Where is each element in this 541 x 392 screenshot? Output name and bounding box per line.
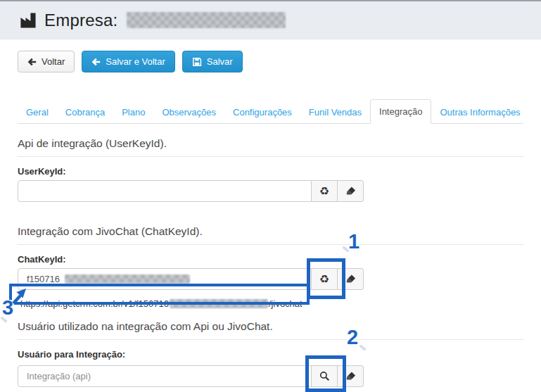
factory-icon [19,11,37,30]
tab-integracao[interactable]: Integração [370,99,431,124]
chatkeyid-clear-button[interactable] [338,268,364,290]
save-and-back-label: Salvar e Voltar [106,56,165,67]
userkeyid-generate-button[interactable]: ♻ [312,180,338,202]
back-button[interactable]: Voltar [18,51,75,72]
tab-configuracoes[interactable]: Configurações [224,101,300,124]
tab-cobranca[interactable]: Cobrança [57,101,113,124]
chatkeyid-label: ChatKeyId: [18,254,523,265]
userkeyid-input[interactable] [18,180,312,202]
tab-bar: Geral Cobrança Plano Observações Configu… [18,99,523,124]
userkeyid-clear-button[interactable] [338,180,364,202]
page-header: Empresa: [0,1,541,39]
tab-plano[interactable]: Plano [113,101,153,124]
search-icon [319,371,330,381]
chatkeyid-group: f150716 ♻ [18,268,364,290]
section-heading-jivochat: Integração com JivoChat (ChatKeyId). [18,225,523,245]
save-button[interactable]: Salvar [182,51,243,72]
integration-user-label: Usuário para Integração: [18,349,523,360]
tab-label: Funil Vendas [309,107,362,118]
chatkeyid-input[interactable]: f150716 [18,268,312,290]
url-prefix: https://api.getcrm.com.br/v1/f150716 [20,298,169,309]
userkeyid-group: ♻ [18,180,364,202]
tab-observacoes[interactable]: Observações [153,101,224,124]
userkeyid-label: UserKeyId: [18,166,523,177]
redacted-url-segment [170,299,268,308]
integration-user-search-button[interactable] [312,365,338,387]
tab-geral[interactable]: Geral [18,101,57,124]
redacted-chatkey [65,274,190,284]
tab-label: Configurações [233,107,292,118]
url-suffix: /jivochat [269,298,303,309]
tab-label: Plano [122,107,145,118]
jivochat-api-url[interactable]: https://api.getcrm.com.br/v1/f150716 /ji… [18,292,523,310]
eraser-icon [345,371,356,381]
integration-user-group [18,365,364,387]
arrow-left-icon [27,58,37,66]
page-title: Empresa: [44,11,117,30]
save-icon [192,57,202,67]
arrow-left-icon [91,58,101,66]
save-and-back-button[interactable]: Salvar e Voltar [82,51,175,72]
redacted-company-name [127,12,286,28]
tab-funil-vendas[interactable]: Funil Vendas [300,101,370,124]
integration-user-input[interactable] [18,365,312,387]
section-heading-integration-user: Usuário utilizado na integração com Api … [18,320,523,340]
recycle-icon: ♻ [319,186,329,197]
chatkeyid-value-prefix: f150716 [27,274,60,284]
tab-outras-informacoes[interactable]: Outras Informações [431,101,528,124]
recycle-icon: ♻ [319,274,329,285]
tab-label: Cobrança [65,107,105,118]
toolbar: Voltar Salvar e Voltar Salvar [18,51,523,72]
tab-label: Integração [379,106,422,117]
tab-label: Geral [26,107,49,118]
eraser-icon [345,186,356,196]
save-button-label: Salvar [207,56,233,67]
eraser-icon [345,274,356,284]
back-button-label: Voltar [42,56,65,67]
integration-user-clear-button[interactable] [338,365,364,387]
chatkeyid-generate-button[interactable]: ♻ [312,268,338,290]
tab-label: Outras Informações [440,107,520,118]
empresa-edit-page: Empresa: Voltar Salvar e Voltar Salvar [0,0,541,392]
section-heading-api: Api de integração (UserKeyId). [18,137,523,157]
tab-label: Observações [162,107,216,118]
